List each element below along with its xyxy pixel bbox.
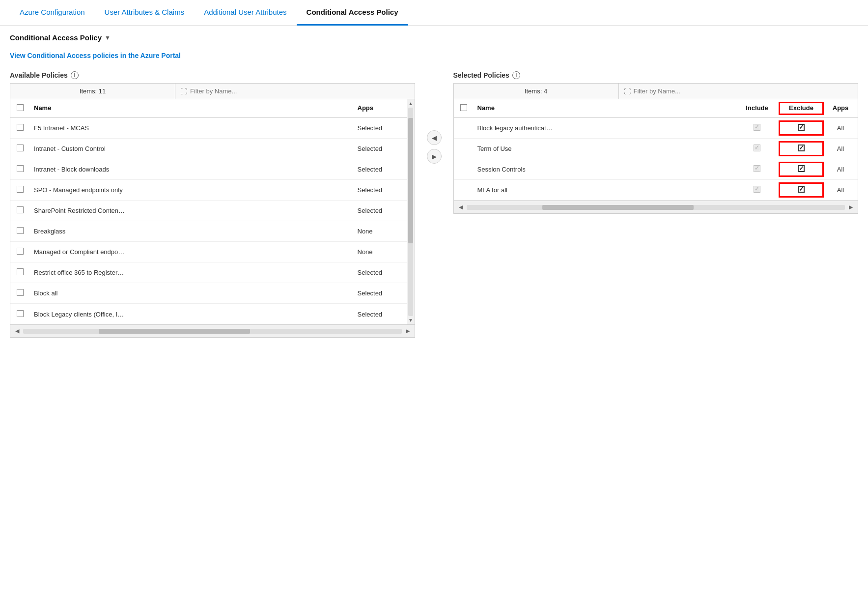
selected-hscroll-track[interactable] <box>467 205 845 210</box>
table-row: Block all Selected <box>10 283 407 304</box>
section-title-text: Conditional Access Policy <box>10 33 102 42</box>
row-checkbox[interactable] <box>10 224 30 238</box>
row-apps: None <box>354 245 398 259</box>
tab-conditional-access[interactable]: Conditional Access Policy <box>297 0 408 26</box>
available-hscroll[interactable]: ◀ ▶ <box>10 324 415 337</box>
v-scroll-track[interactable] <box>408 108 413 316</box>
row-apps: Selected <box>354 142 398 155</box>
available-table-with-scroll: Name Apps F5 Intranet - MCAS Selected <box>10 99 415 324</box>
table-row: Managed or Compliant endpo… None <box>10 242 407 262</box>
row-exclude[interactable] <box>779 121 823 135</box>
selected-col-checkbox <box>454 102 474 115</box>
v-scroll-up-arrow[interactable]: ▲ <box>407 99 414 108</box>
selected-filter-icon: ⛶ <box>624 87 631 95</box>
tab-user-attrs-claims[interactable]: User Attributes & Claims <box>95 0 195 26</box>
available-vertical-scrollbar[interactable]: ▲ ▼ <box>407 99 415 324</box>
available-policies-title: Available Policies i <box>10 71 415 79</box>
available-policies-info-icon[interactable]: i <box>71 71 79 79</box>
azure-portal-link[interactable]: View Conditional Access policies in the … <box>10 52 181 59</box>
table-row: Block Legacy clients (Office, I… Selecte… <box>10 304 407 324</box>
tab-azure-config[interactable]: Azure Configuration <box>10 0 95 26</box>
available-hscroll-right[interactable]: ▶ <box>404 327 412 335</box>
available-items-count: Items: 11 <box>10 84 175 99</box>
selected-policies-title: Selected Policies i <box>453 71 859 79</box>
selected-hscroll-thumb <box>542 205 694 210</box>
row-checkbox <box>454 125 474 131</box>
table-row: SharePoint Restricted Conten… Selected <box>10 201 407 221</box>
selected-table-header-bar: Items: 4 ⛶ <box>454 84 858 99</box>
policy-columns: Available Policies i Items: 11 ⛶ <box>10 71 858 338</box>
available-filter-input[interactable] <box>190 87 410 95</box>
row-include[interactable] <box>735 121 779 135</box>
section-title-bar: Conditional Access Policy ▼ <box>10 33 858 42</box>
available-col-checkbox <box>10 102 30 115</box>
row-checkbox[interactable] <box>10 203 30 218</box>
row-checkbox[interactable] <box>10 245 30 259</box>
selected-col-headers: Name Include Exclude Apps <box>454 99 858 118</box>
selected-hscroll[interactable]: ◀ ▶ <box>454 201 858 213</box>
row-name: MFA for all <box>474 183 735 197</box>
row-checkbox[interactable] <box>10 142 30 156</box>
selected-col-include: Include <box>735 102 779 115</box>
table-row: Breakglass None <box>10 221 407 242</box>
row-checkbox[interactable] <box>10 162 30 176</box>
row-apps: None <box>354 225 398 238</box>
selected-filter-area[interactable]: ⛶ <box>619 85 858 98</box>
row-checkbox[interactable] <box>10 121 30 135</box>
available-col-apps: Apps <box>354 102 398 115</box>
row-exclude[interactable] <box>779 162 823 176</box>
tab-additional-user-attrs[interactable]: Additional User Attributes <box>194 0 296 26</box>
available-filter-icon: ⛶ <box>180 87 187 95</box>
row-name: Block all <box>30 287 354 300</box>
table-row: Restrict office 365 to Register… Selecte… <box>10 262 407 283</box>
row-name: Breakglass <box>30 225 354 238</box>
section-title-dropdown[interactable]: ▼ <box>105 34 111 41</box>
row-name: Intranet - Block downloads <box>30 163 354 176</box>
row-apps: All <box>823 183 858 197</box>
row-apps: Selected <box>354 183 398 197</box>
row-checkbox[interactable] <box>10 183 30 197</box>
row-apps: Selected <box>354 204 398 217</box>
selected-hscroll-right[interactable]: ▶ <box>847 203 855 211</box>
v-scroll-down-arrow[interactable]: ▼ <box>407 316 414 324</box>
row-include[interactable] <box>735 183 779 197</box>
row-checkbox[interactable] <box>10 265 30 280</box>
selected-policies-info-icon[interactable]: i <box>512 71 520 79</box>
v-scroll-thumb <box>408 118 413 243</box>
selected-filter-input[interactable] <box>634 87 853 95</box>
row-exclude[interactable] <box>779 183 823 197</box>
row-checkbox[interactable] <box>10 286 30 300</box>
selected-policies-table: Items: 4 ⛶ Name Include Exclude Apps <box>453 83 859 214</box>
available-col-name: Name <box>30 102 354 115</box>
row-include[interactable] <box>735 162 779 176</box>
selected-col-name: Name <box>474 102 735 115</box>
table-row: F5 Intranet - MCAS Selected <box>10 118 407 139</box>
table-row: MFA for all All <box>454 180 858 201</box>
available-table-header-bar: Items: 11 ⛶ <box>10 84 415 99</box>
table-row: SPO - Managed endpoints only Selected <box>10 180 407 201</box>
row-apps: Selected <box>354 266 398 279</box>
available-policies-panel: Available Policies i Items: 11 ⛶ <box>10 71 415 338</box>
move-left-button[interactable]: ◀ <box>427 130 442 145</box>
table-row: Intranet - Block downloads Selected <box>10 159 407 180</box>
page-content: Conditional Access Policy ▼ View Conditi… <box>0 26 868 346</box>
selected-col-exclude: Exclude <box>779 102 823 115</box>
row-name: Term of Use <box>474 142 735 155</box>
row-name: SharePoint Restricted Conten… <box>30 204 354 217</box>
row-checkbox <box>454 167 474 173</box>
selected-select-all-checkbox[interactable] <box>460 104 467 111</box>
row-include[interactable] <box>735 142 779 156</box>
selected-policies-panel: Selected Policies i Items: 4 ⛶ <box>453 71 859 214</box>
row-exclude[interactable] <box>779 142 823 156</box>
available-hscroll-track[interactable] <box>23 329 402 334</box>
row-name: Intranet - Custom Control <box>30 142 354 155</box>
available-hscroll-left[interactable]: ◀ <box>13 327 21 335</box>
row-name: Managed or Compliant endpo… <box>30 245 354 259</box>
selected-hscroll-left[interactable]: ◀ <box>457 203 465 211</box>
available-filter-area[interactable]: ⛶ <box>175 85 415 98</box>
row-name: Session Controls <box>474 163 735 176</box>
row-checkbox[interactable] <box>10 307 30 321</box>
table-row: Block legacy authenticat… All <box>454 118 858 139</box>
move-right-button[interactable]: ▶ <box>427 149 442 164</box>
available-select-all-checkbox[interactable] <box>17 104 24 111</box>
